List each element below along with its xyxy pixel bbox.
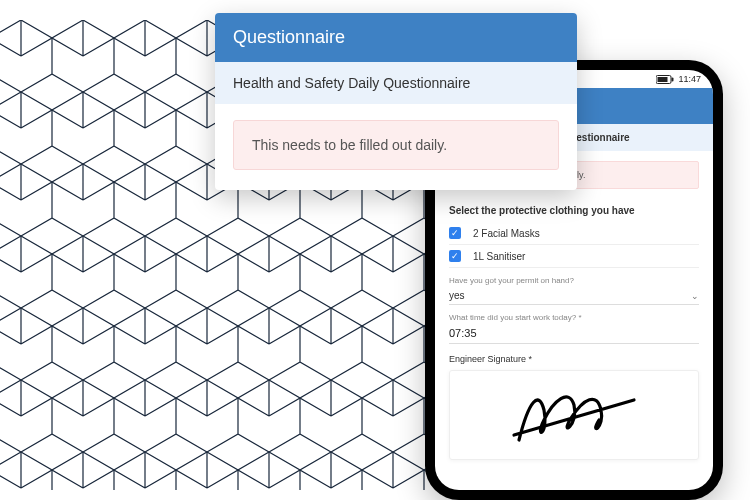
- status-time: 11:47: [678, 74, 701, 84]
- checkbox-row-facial-masks[interactable]: ✓ 2 Facial Masks: [449, 222, 699, 245]
- signature-drawing: [499, 380, 649, 450]
- check-label: 1L Sanitiser: [473, 251, 525, 262]
- checkbox-icon: ✓: [449, 227, 461, 239]
- popout-title: Questionnaire: [215, 13, 577, 62]
- signature-pad[interactable]: [449, 370, 699, 460]
- chevron-down-icon: ⌄: [691, 291, 699, 301]
- signature-label: Engineer Signature *: [449, 354, 699, 364]
- popout-notice: This needs to be filled out daily.: [233, 120, 559, 170]
- checkbox-icon: ✓: [449, 250, 461, 262]
- protective-clothing-label: Select the protective clothing you have: [449, 205, 699, 216]
- start-time-label: What time did you start work today? *: [449, 313, 699, 322]
- permit-label: Have you got your permit on hand?: [449, 276, 699, 285]
- start-time-value: 07:35: [449, 327, 477, 339]
- battery-icon: [656, 75, 674, 84]
- start-time-input[interactable]: 07:35: [449, 324, 699, 344]
- popout-card: Questionnaire Health and Safety Daily Qu…: [215, 13, 577, 190]
- svg-rect-3: [672, 77, 674, 81]
- permit-value: yes: [449, 290, 465, 301]
- svg-rect-2: [658, 77, 668, 82]
- check-label: 2 Facial Masks: [473, 228, 540, 239]
- popout-subtitle: Health and Safety Daily Questionnaire: [215, 62, 577, 104]
- checkbox-row-sanitiser[interactable]: ✓ 1L Sanitiser: [449, 245, 699, 268]
- permit-select[interactable]: yes ⌄: [449, 287, 699, 305]
